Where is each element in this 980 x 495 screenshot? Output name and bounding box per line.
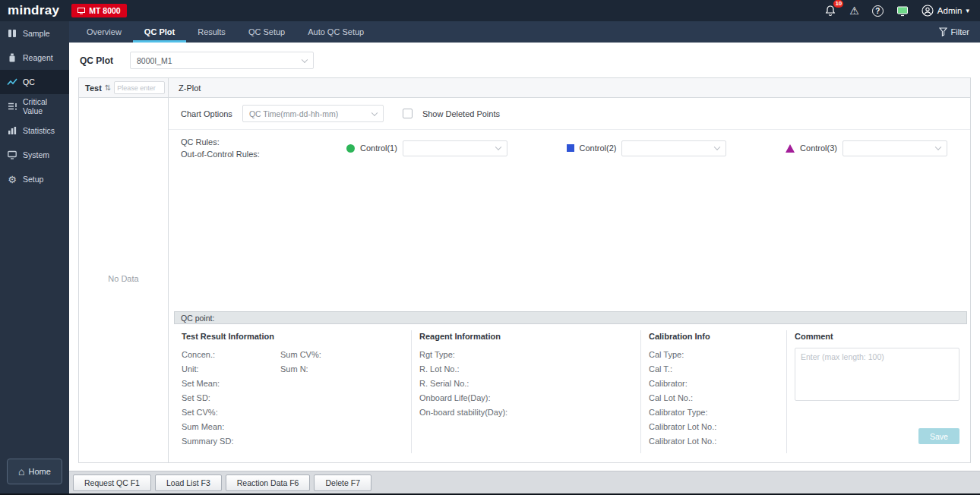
- user-menu-caret-icon: ▾: [966, 7, 969, 14]
- sort-icon[interactable]: ⇅: [105, 84, 111, 92]
- sample-icon: [7, 28, 17, 39]
- sidebar-item-reagent[interactable]: Reagent: [0, 46, 69, 70]
- load-list-button[interactable]: Load List F3: [155, 475, 222, 491]
- test-search-input[interactable]: [114, 81, 165, 94]
- analyzer-icon: [77, 7, 85, 14]
- sidebar-item-statistics[interactable]: Statistics: [0, 118, 69, 143]
- statistics-icon: [7, 125, 17, 136]
- zplot-title: Z-Plot: [169, 78, 970, 97]
- show-deleted-points-checkbox[interactable]: [403, 109, 413, 118]
- save-button[interactable]: Save: [918, 428, 959, 444]
- calibration-info-title: Calibration Info: [649, 332, 779, 341]
- qc-plot-page: QC Plot 8000I_M1 Test ⇅ Z-Plot: [69, 43, 980, 493]
- function-key-bar: Request QC F1 Load List F3 Reaction Data…: [69, 471, 980, 493]
- test-column-title: Test: [85, 84, 102, 93]
- field-label: Set Mean:: [182, 377, 280, 391]
- topbar: mindray MT 8000 10 ⚠ ? Admin ▾: [0, 0, 980, 21]
- control-3-marker-icon: [786, 144, 795, 153]
- chevron-down-icon: [935, 144, 941, 150]
- field-label: Calibrator Lot No.:: [649, 420, 779, 434]
- chevron-down-icon: [371, 109, 378, 115]
- test-list[interactable]: No Data: [79, 98, 169, 462]
- sidebar-item-system[interactable]: System: [0, 143, 69, 167]
- reagent-info-title: Reagent Information: [419, 332, 633, 341]
- field-label: Cal Type:: [649, 348, 779, 362]
- reagent-info-column: Reagent Information Rgt Type: R. Lot No.…: [411, 330, 640, 453]
- reaction-data-button[interactable]: Reaction Data F6: [226, 475, 311, 491]
- qc-rules-labels: QC Rules: Out-of-Control Rules:: [181, 136, 346, 160]
- app-window: mindray MT 8000 10 ⚠ ? Admin ▾: [0, 0, 980, 495]
- tab-auto-qc-setup[interactable]: Auto QC Setup: [296, 21, 375, 43]
- tab-qc-plot[interactable]: QC Plot: [133, 21, 186, 43]
- comment-column: Comment Save: [786, 330, 967, 453]
- chevron-down-icon: [714, 144, 720, 150]
- field-label: Rgt Type:: [419, 348, 633, 362]
- out-of-control-rules-label: Out-of-Control Rules:: [181, 148, 346, 160]
- alarm-warning-icon[interactable]: ⚠: [849, 5, 859, 16]
- device-badge-label: MT 8000: [89, 6, 120, 15]
- field-label: Set CV%:: [182, 405, 280, 420]
- qc-point-header: QC point:: [174, 311, 967, 324]
- device-badge[interactable]: MT 8000: [71, 4, 126, 17]
- screen-monitor-icon[interactable]: [896, 5, 909, 17]
- notification-count-badge: 10: [833, 0, 843, 8]
- gear-icon: ⚙: [7, 175, 17, 184]
- field-label: Onboard Life(Day):: [419, 391, 633, 405]
- tab-qc-setup[interactable]: QC Setup: [237, 21, 296, 43]
- sidebar-item-setup[interactable]: ⚙ Setup: [0, 167, 69, 191]
- request-qc-button[interactable]: Request QC F1: [73, 475, 151, 491]
- control-1-marker-icon: [346, 144, 355, 153]
- qc-rules-label: QC Rules:: [181, 136, 346, 148]
- chart-type-select[interactable]: QC Time(mm-dd-hh-mm): [242, 105, 384, 122]
- system-icon: [7, 150, 17, 160]
- sidebar-item-sample[interactable]: Sample: [0, 21, 69, 46]
- sidebar-item-critical-value[interactable]: Critical Value: [0, 94, 69, 118]
- help-icon[interactable]: ?: [872, 5, 884, 17]
- field-label: Concen.:: [182, 348, 280, 362]
- comment-title: Comment: [795, 332, 959, 341]
- qc-plot-panel: Test ⇅ Z-Plot No Data Chart Options: [78, 77, 971, 463]
- empty-state-text: No Data: [108, 274, 138, 462]
- sidebar: Sample Reagent QC Critical Value Statist…: [0, 21, 69, 493]
- field-label: Calibrator:: [649, 377, 779, 391]
- filter-funnel-icon: [939, 27, 947, 36]
- mindray-logo: mindray: [8, 3, 59, 18]
- control-2-rule-select[interactable]: [621, 140, 726, 156]
- reagent-icon: [7, 52, 17, 63]
- field-label: Set SD:: [182, 391, 280, 405]
- calibration-info-column: Calibration Info Cal Type: Cal T.: Calib…: [640, 330, 786, 453]
- topbar-actions: 10 ⚠ ? Admin ▾: [824, 5, 969, 17]
- page-title: QC Plot: [80, 55, 113, 66]
- tab-overview[interactable]: Overview: [75, 21, 133, 43]
- qc-point-section: QC point: Test Result Information Concen…: [174, 311, 967, 456]
- user-avatar-icon: [922, 5, 934, 17]
- chart-options-label: Chart Options: [181, 109, 232, 118]
- test-list-header: Test ⇅: [79, 78, 169, 97]
- user-name: Admin: [937, 6, 963, 15]
- filter-button[interactable]: Filter: [939, 27, 969, 36]
- delete-button[interactable]: Delete F7: [314, 475, 371, 491]
- field-label: Cal Lot No.:: [649, 391, 779, 405]
- chevron-down-icon: [495, 144, 501, 150]
- control-3-rule-select[interactable]: [842, 140, 947, 156]
- field-label: Cal T.:: [649, 362, 779, 377]
- field-label: On-board stability(Day):: [419, 405, 633, 420]
- test-result-info-column: Test Result Information Concen.: Unit: S…: [174, 330, 411, 453]
- control-1-rule-select[interactable]: [403, 140, 507, 156]
- tab-results[interactable]: Results: [186, 21, 237, 43]
- show-deleted-points-label: Show Deleted Points: [422, 109, 500, 118]
- field-label: R. Serial No.:: [419, 377, 633, 391]
- control-1-legend: Control(1): [346, 140, 507, 156]
- home-icon: ⌂: [18, 466, 24, 477]
- tabs-bar: Overview QC Plot Results QC Setup Auto Q…: [69, 21, 980, 43]
- module-select[interactable]: 8000I_M1: [130, 52, 314, 69]
- user-menu[interactable]: Admin ▾: [922, 5, 969, 17]
- sidebar-item-qc[interactable]: QC: [0, 70, 69, 94]
- field-label: Sum Mean:: [182, 420, 280, 434]
- home-button[interactable]: ⌂ Home: [7, 459, 62, 484]
- zplot-chart-canvas[interactable]: [169, 168, 970, 311]
- notifications-bell-icon[interactable]: 10: [824, 5, 836, 17]
- field-label: Calibrator Type:: [649, 405, 779, 420]
- sidebar-spacer: [0, 191, 69, 451]
- comment-textarea[interactable]: [795, 348, 959, 401]
